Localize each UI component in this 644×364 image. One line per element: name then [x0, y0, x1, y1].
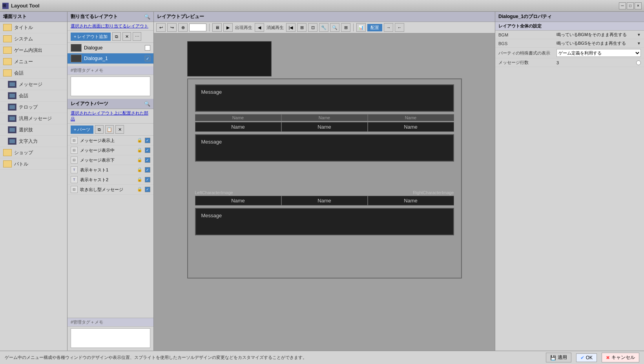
preview-area: レイアウトプレビュー ↩ ↪ ⊕ 0.60 🖥 ▶ 出現再生 ◀ 消滅再生 |◀… [154, 12, 495, 351]
fit-button[interactable]: ⊕ [178, 23, 188, 32]
parts-checkbox[interactable]: ✓ [145, 157, 150, 163]
dialogue-group-1: Message Name Name Name Name Name Name [187, 84, 462, 173]
parts-item-cast1[interactable]: T 表示キャスト1 🔒 ✓ [68, 165, 153, 175]
zoom-input[interactable]: 0.60 [189, 24, 206, 31]
parts-checkbox[interactable]: ✓ [145, 187, 150, 192]
copy-layout-button[interactable]: ⧉ [112, 32, 121, 41]
play-appear-btn[interactable]: ▶ [223, 23, 233, 32]
apply-icon: 💾 [550, 355, 556, 360]
delete-parts-button[interactable]: ✕ [115, 125, 124, 134]
layout-subtitle: 選択された画面に割り当てるレイアウト [68, 22, 153, 31]
monitor-icon [8, 104, 16, 111]
parts-item-msg-mid[interactable]: ⊟ メッセージ表示中 🔒 ✓ [68, 146, 153, 155]
prev-btn[interactable]: |◀ [286, 23, 296, 32]
scene-label: 選択肢 [19, 127, 33, 133]
parts-checkbox[interactable]: ✓ [145, 138, 150, 143]
appear-label: 出現再生 [234, 25, 253, 31]
parts-item-msg-top[interactable]: ⊟ メッセージ表示上 🔒 ✓ [68, 136, 153, 146]
prop-party-select[interactable]: ゲーム定義を利用する 有効 無効 [556, 49, 641, 57]
sidebar-item-shop[interactable]: ショップ [0, 147, 67, 158]
name-cell-2: Name [281, 122, 368, 132]
redo-button[interactable]: ↪ [167, 23, 177, 32]
parts-checkbox[interactable]: ✓ [145, 177, 150, 182]
sidebar-item-telop[interactable]: テロップ [0, 102, 67, 113]
monitor-icon [8, 81, 16, 88]
name-cell-5: Name [281, 196, 368, 206]
zoom-btn[interactable]: 🔍 [330, 23, 339, 32]
parts-checkbox[interactable]: ✓ [145, 147, 150, 153]
maximize-button[interactable]: □ [627, 2, 634, 9]
lock-icon: 🔒 [137, 177, 142, 182]
grid-btn[interactable]: ⊞ [297, 23, 306, 32]
extra-btn[interactable]: ⊞ [341, 23, 350, 32]
prop-section-title: レイアウト全体の設定 [495, 22, 644, 31]
paste-parts-button[interactable]: 📋 [105, 125, 114, 134]
delete-layout-button[interactable]: ✕ [122, 32, 131, 41]
parts-name: 吹き出し型メッセージ [80, 187, 135, 193]
sidebar-item-textinput[interactable]: 文字入力 [0, 136, 67, 147]
layout-checkbox[interactable] [145, 45, 150, 51]
lock-icon: 🔒 [137, 138, 142, 143]
play-disappear-btn[interactable]: ◀ [255, 23, 264, 32]
app-title: Layout Tool [11, 3, 40, 9]
dialogue-group-2: LeftCharacterImage RightCharacterImage N… [187, 190, 462, 238]
layout-checkbox[interactable]: ✓ [145, 56, 150, 61]
sidebar-item-system[interactable]: システム [0, 33, 67, 45]
folder-icon [3, 149, 12, 156]
apply-button[interactable]: 💾 適用 [546, 353, 571, 362]
add-layout-button[interactable]: + レイアウト追加 [71, 33, 111, 41]
parts-item-bubble[interactable]: ⊟ 吹き出し型メッセージ 🔒 ✓ [68, 185, 153, 195]
monitor-icon [8, 92, 16, 99]
sidebar-item-battle[interactable]: バトル [0, 158, 67, 170]
sidebar-item-universal[interactable]: 汎用メッセージ [0, 113, 67, 124]
prop-circle-control[interactable] [636, 60, 641, 65]
scene-list-header: 場面リスト [0, 12, 67, 22]
sidebar-item-menu[interactable]: メニュー [0, 56, 67, 67]
minimize-button[interactable]: ─ [619, 2, 626, 9]
arrow-left-btn[interactable]: ← [395, 23, 404, 32]
layout-name: Dialogue [84, 45, 142, 51]
add-parts-button[interactable]: + パーツ [71, 126, 93, 134]
preview-canvas[interactable]: Message Name Name Name Name Name Name [154, 33, 495, 351]
monitor-btn[interactable]: 🖥 [212, 23, 222, 32]
right-char-label: RightCharacterImage [413, 190, 454, 195]
sidebar-item-ingame[interactable]: ゲーム内演出 [0, 45, 67, 56]
left-char-label: LeftCharacterImage [195, 190, 233, 195]
place-button[interactable]: 配置 [367, 24, 382, 31]
layout-search-icon[interactable]: 🔍 [144, 14, 150, 20]
undo-button[interactable]: ↩ [156, 23, 166, 32]
main-content: 場面リスト タイトル システム ゲーム内演出 メニュー 会話 メッセージ 会話 [0, 12, 644, 351]
close-button[interactable]: × [635, 2, 642, 9]
app-icon: ⊞ [2, 3, 9, 9]
layout-extra-button[interactable]: ⋯ [133, 32, 141, 41]
sidebar-item-message[interactable]: メッセージ [0, 79, 67, 90]
name-cell-gray-2: Name [281, 114, 368, 121]
sidebar-item-dialogue-folder[interactable]: 会話 [0, 67, 67, 79]
snap-btn[interactable]: ⊡ [308, 23, 317, 32]
copy-parts-button[interactable]: ⧉ [95, 125, 104, 134]
tool-btn[interactable]: 🔧 [319, 23, 328, 32]
chart-btn[interactable]: 📊 [356, 23, 366, 32]
sidebar-item-choices[interactable]: 選択肢 [0, 124, 67, 136]
cancel-button[interactable]: ✖ キャンセル [602, 353, 639, 362]
monitor-icon [8, 126, 16, 133]
parts-item-cast2[interactable]: T 表示キャスト2 🔒 ✓ [68, 175, 153, 185]
folder-icon [3, 58, 12, 65]
memo-input-2[interactable] [71, 328, 150, 348]
layout-panel-header: 割り当てるレイアウト 🔍 [68, 12, 153, 22]
apply-label: 適用 [558, 354, 567, 361]
memo-input-1[interactable] [71, 76, 150, 96]
sidebar-item-dialogue[interactable]: 会話 [0, 90, 67, 102]
layout-item-dialogue1[interactable]: Dialogue_1 ✓ [68, 53, 153, 64]
disappear-label: 消滅再生 [266, 25, 285, 31]
ok-label: OK [586, 355, 593, 360]
scene-label: ショップ [14, 149, 33, 156]
parts-checkbox[interactable]: ✓ [145, 167, 150, 173]
prop-bgs-value: 鳴っているBGSをそのまま再生する [556, 40, 634, 46]
ok-button[interactable]: ✔ OK [576, 353, 597, 362]
parts-search-icon[interactable]: 🔍 [144, 101, 150, 107]
parts-item-msg-bot[interactable]: ⊟ メッセージ表示下 🔒 ✓ [68, 155, 153, 165]
sidebar-item-title[interactable]: タイトル [0, 22, 67, 33]
arrow-right-btn[interactable]: → [384, 23, 393, 32]
layout-item-dialogue[interactable]: Dialogue [68, 43, 153, 53]
